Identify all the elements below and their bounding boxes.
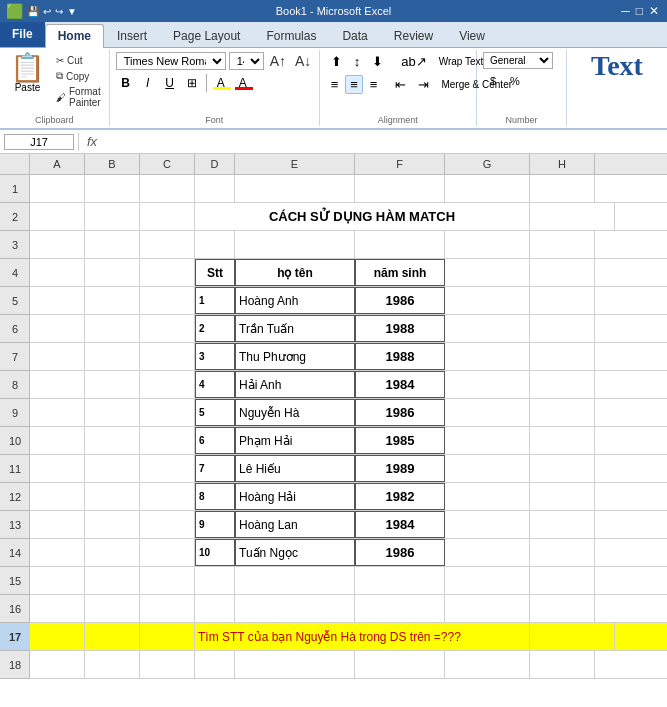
col-header-a[interactable]: A <box>30 154 85 174</box>
cell-b11[interactable] <box>85 455 140 482</box>
cell-a11[interactable] <box>30 455 85 482</box>
cell-reference-box[interactable] <box>4 134 74 150</box>
cell-e6[interactable]: Trần Tuấn <box>235 315 355 342</box>
cell-h15[interactable] <box>530 567 595 594</box>
row-header-13[interactable]: 13 <box>0 511 30 539</box>
cell-c5[interactable] <box>140 287 195 314</box>
cell-e3[interactable] <box>235 231 355 258</box>
quick-access-dropdown[interactable]: ▼ <box>67 6 77 17</box>
cell-h16[interactable] <box>530 595 595 622</box>
cell-f6[interactable]: 1988 <box>355 315 445 342</box>
col-header-b[interactable]: B <box>85 154 140 174</box>
cell-a15[interactable] <box>30 567 85 594</box>
cell-d15[interactable] <box>195 567 235 594</box>
cell-g5[interactable] <box>445 287 530 314</box>
row-header-4[interactable]: 4 <box>0 259 30 287</box>
tab-file[interactable]: File <box>0 21 45 47</box>
cell-d8[interactable]: 4 <box>195 371 235 398</box>
cell-f4-namsinh[interactable]: năm sinh <box>355 259 445 286</box>
cell-b7[interactable] <box>85 343 140 370</box>
row-header-17[interactable]: 17 <box>0 623 30 651</box>
cell-a4[interactable] <box>30 259 85 286</box>
cell-g6[interactable] <box>445 315 530 342</box>
cell-a18[interactable] <box>30 651 85 678</box>
cell-c6[interactable] <box>140 315 195 342</box>
cell-h10[interactable] <box>530 427 595 454</box>
paste-button[interactable]: 📋 Paste <box>4 52 51 95</box>
cell-title-merged[interactable]: CÁCH SỬ DỤNG HÀM MATCH <box>195 203 530 230</box>
quick-access-redo[interactable]: ↪ <box>55 6 63 17</box>
shrink-font-button[interactable]: A↓ <box>292 52 314 70</box>
cell-f15[interactable] <box>355 567 445 594</box>
col-header-f[interactable]: F <box>355 154 445 174</box>
cell-b4[interactable] <box>85 259 140 286</box>
cell-e14[interactable]: Tuấn Ngọc <box>235 539 355 566</box>
cell-g17[interactable] <box>530 623 615 650</box>
cell-d4-stt[interactable]: Stt <box>195 259 235 286</box>
cell-c18[interactable] <box>140 651 195 678</box>
col-header-d[interactable]: D <box>195 154 235 174</box>
cell-g8[interactable] <box>445 371 530 398</box>
row-header-12[interactable]: 12 <box>0 483 30 511</box>
align-left-button[interactable]: ≡ <box>326 75 344 94</box>
increase-indent-button[interactable]: ⇥ <box>413 75 434 94</box>
cell-e15[interactable] <box>235 567 355 594</box>
maximize-button[interactable]: □ <box>636 4 643 18</box>
cell-e11[interactable]: Lê Hiếu <box>235 455 355 482</box>
cell-c16[interactable] <box>140 595 195 622</box>
cell-d11[interactable]: 7 <box>195 455 235 482</box>
cell-e5[interactable]: Hoàng Anh <box>235 287 355 314</box>
cell-d16[interactable] <box>195 595 235 622</box>
cell-b9[interactable] <box>85 399 140 426</box>
cell-e8[interactable]: Hải Anh <box>235 371 355 398</box>
cell-c17[interactable] <box>140 623 195 650</box>
cell-f3[interactable] <box>355 231 445 258</box>
cell-a10[interactable] <box>30 427 85 454</box>
copy-button[interactable]: ⧉ Copy <box>53 69 105 83</box>
cell-d12[interactable]: 8 <box>195 483 235 510</box>
cell-b15[interactable] <box>85 567 140 594</box>
align-middle-button[interactable]: ↕ <box>349 52 366 71</box>
cell-h17[interactable] <box>615 623 667 650</box>
cell-b6[interactable] <box>85 315 140 342</box>
fill-color-button[interactable]: A <box>211 74 231 92</box>
cell-b13[interactable] <box>85 511 140 538</box>
number-format-select[interactable]: General <box>483 52 553 69</box>
cell-f1[interactable] <box>355 175 445 202</box>
cell-d1[interactable] <box>195 175 235 202</box>
cell-a14[interactable] <box>30 539 85 566</box>
cell-g3[interactable] <box>445 231 530 258</box>
cell-c1[interactable] <box>140 175 195 202</box>
cell-a13[interactable] <box>30 511 85 538</box>
cell-d9[interactable]: 5 <box>195 399 235 426</box>
cell-a3[interactable] <box>30 231 85 258</box>
cell-f5[interactable]: 1986 <box>355 287 445 314</box>
row-header-1[interactable]: 1 <box>0 175 30 203</box>
cell-d18[interactable] <box>195 651 235 678</box>
cell-c12[interactable] <box>140 483 195 510</box>
row-header-2[interactable]: 2 <box>0 203 30 231</box>
cell-f10[interactable]: 1985 <box>355 427 445 454</box>
cut-button[interactable]: ✂ Cut <box>53 54 105 67</box>
tab-formulas[interactable]: Formulas <box>253 24 329 47</box>
cell-c4[interactable] <box>140 259 195 286</box>
row-header-6[interactable]: 6 <box>0 315 30 343</box>
row-header-3[interactable]: 3 <box>0 231 30 259</box>
cell-b18[interactable] <box>85 651 140 678</box>
cell-g9[interactable] <box>445 399 530 426</box>
col-header-c[interactable]: C <box>140 154 195 174</box>
cell-d13[interactable]: 9 <box>195 511 235 538</box>
align-top-button[interactable]: ⬆ <box>326 52 347 71</box>
font-size-select[interactable]: 14 <box>229 52 264 70</box>
cell-a2[interactable] <box>30 203 85 230</box>
col-header-g[interactable]: G <box>445 154 530 174</box>
cell-e16[interactable] <box>235 595 355 622</box>
cell-h4[interactable] <box>530 259 595 286</box>
cell-c13[interactable] <box>140 511 195 538</box>
format-painter-button[interactable]: 🖌 Format Painter <box>53 85 105 109</box>
tab-view[interactable]: View <box>446 24 498 47</box>
cell-h12[interactable] <box>530 483 595 510</box>
cell-a9[interactable] <box>30 399 85 426</box>
tab-page-layout[interactable]: Page Layout <box>160 24 253 47</box>
cell-f7[interactable]: 1988 <box>355 343 445 370</box>
